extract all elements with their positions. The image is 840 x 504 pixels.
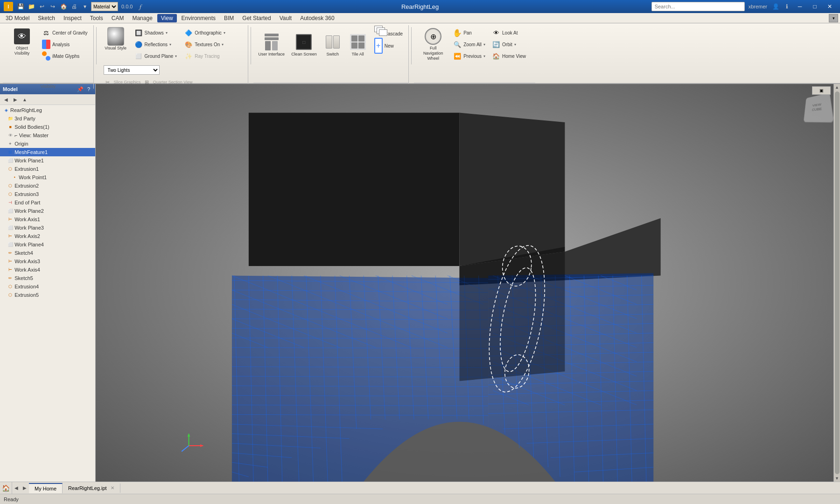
close-button[interactable]: ✕	[823, 1, 836, 12]
shadows-button[interactable]: 🔲 Shadows ▾	[132, 27, 180, 38]
menu-3d-model[interactable]: 3D Model	[2, 14, 33, 22]
imate-glyphs-button[interactable]: iMate Glyphs	[39, 50, 91, 62]
qa-formula[interactable]: 𝑓	[136, 2, 145, 11]
menu-bim[interactable]: BIM	[220, 14, 238, 22]
tree-item-end-of-part[interactable]: ⊣ End of Part	[0, 198, 95, 207]
tree-item-work-plane2[interactable]: ⬜ Work Plane2	[0, 207, 95, 215]
clean-screen-button[interactable]: □ Clean Screen	[289, 26, 319, 64]
search-input[interactable]	[651, 2, 745, 11]
ray-tracing-button[interactable]: ✨ Ray Tracing	[182, 50, 228, 62]
tree-up-button[interactable]: ▲	[21, 95, 29, 104]
pan-button[interactable]: ✋ Pan	[450, 27, 488, 38]
tab-next-arrow[interactable]: ▶	[21, 482, 29, 494]
menu-environments[interactable]: Environments	[178, 14, 219, 22]
material-dropdown[interactable]: Material	[91, 2, 118, 11]
menu-cam[interactable]: CAM	[108, 14, 128, 22]
tree-item-extrusion3[interactable]: ⬡ Extrusion3	[0, 190, 95, 198]
tree-item-origin[interactable]: ✦ Origin	[0, 140, 95, 148]
tree-forward-button[interactable]: ▶	[11, 95, 20, 104]
tree-item-work-plane3[interactable]: ⬜ Work Plane3	[0, 224, 95, 232]
qa-save[interactable]: 💾	[16, 2, 25, 11]
full-nav-wheel-button[interactable]: ⊕ Full Navigation Wheel	[417, 26, 449, 64]
orbit-button[interactable]: 🔄 Orbit ▾	[489, 39, 529, 50]
menu-autodesk-360[interactable]: Autodesk 360	[296, 14, 338, 22]
minimize-button[interactable]: ─	[793, 1, 806, 12]
home-view-button[interactable]: 🏠 Home View	[489, 50, 529, 62]
switch-button[interactable]: Switch	[321, 26, 344, 64]
center-of-gravity-button[interactable]: ⚖ Center of Gravity	[39, 27, 91, 38]
file-tab-close[interactable]: ✕	[111, 485, 114, 490]
menu-vault[interactable]: Vault	[276, 14, 295, 22]
qa-user[interactable]: 👤	[771, 2, 780, 11]
tree-item-solid-bodies[interactable]: ■ Solid Bodies(1)	[0, 123, 95, 131]
tree-item-work-axis1[interactable]: ⊢ Work Axis1	[0, 215, 95, 224]
look-at-button[interactable]: 👁 Look At	[489, 27, 529, 38]
tree-item-extrusion2[interactable]: ⬡ Extrusion2	[0, 182, 95, 190]
ray-tracing-icon: ✨	[184, 52, 193, 60]
menu-tools[interactable]: Tools	[86, 14, 107, 22]
zoom-all-icon: 🔍	[453, 40, 462, 49]
scroll-thumb[interactable]	[835, 91, 840, 474]
orthographic-button[interactable]: 🔷 Orthographic ▾	[182, 27, 228, 38]
tree-item-extrusion1[interactable]: ⬡ Extrusion1	[0, 165, 95, 173]
tab-prev-arrow[interactable]: ◀	[12, 482, 21, 494]
tree-item-extrusion4[interactable]: ⬡ Extrusion4	[0, 282, 95, 291]
file-tab[interactable]: RearRightLeg.ipt ✕	[63, 483, 120, 493]
tree-item-rear-right-leg[interactable]: ◈ RearRightLeg	[0, 106, 95, 114]
tree-item-v-view[interactable]: 👁 ⌐ View: Master	[0, 131, 95, 140]
new-window-button[interactable]: + New	[371, 40, 406, 51]
maximize-button[interactable]: □	[808, 1, 821, 12]
ground-plane-arrow: ▾	[175, 54, 177, 58]
qa-more[interactable]: ▾	[80, 2, 90, 11]
qa-open[interactable]: 📁	[27, 2, 36, 11]
viewport-scrollbar[interactable]: ▲ ▼	[833, 84, 840, 482]
qa-info[interactable]: ℹ	[782, 2, 791, 11]
user-interface-button[interactable]: User Interface	[256, 26, 287, 64]
tree-back-button[interactable]: ◀	[2, 95, 10, 104]
user-interface-icon	[263, 34, 280, 50]
reflections-button[interactable]: 🔵 Reflections ▾	[132, 39, 180, 50]
tree-item-work-plane1[interactable]: ⬜ Work Plane1	[0, 156, 95, 165]
visual-style-button[interactable]: Visual Style	[102, 26, 130, 64]
two-lights-select[interactable]: Two Lights	[104, 65, 160, 75]
tree-item-icon: ⬡	[7, 182, 14, 189]
zoom-all-button[interactable]: 🔍 Zoom All ▾	[450, 39, 488, 50]
qa-redo[interactable]: ↪	[48, 2, 57, 11]
tree-item-work-plane4[interactable]: ⬜ Work Plane4	[0, 240, 95, 249]
tree-item-sketch5[interactable]: ✏ Sketch5	[0, 274, 95, 282]
home-tab-icon-button[interactable]: 🏠	[0, 482, 12, 494]
menu-manage[interactable]: Manage	[128, 14, 156, 22]
analysis-button[interactable]: Analysis	[39, 39, 91, 50]
tree-item-sketch4[interactable]: ✏ Sketch4	[0, 249, 95, 257]
ribbon-toggle[interactable]: ▾	[829, 14, 838, 22]
cascade-icon	[374, 29, 383, 38]
qa-undo[interactable]: ↩	[37, 2, 47, 11]
tree-item-work-axis4[interactable]: ⊢ Work Axis4	[0, 266, 95, 274]
ground-plane-button[interactable]: ⬜ Ground Plane ▾	[132, 50, 180, 62]
menu-get-started[interactable]: Get Started	[238, 14, 274, 22]
visual-style-icon	[107, 28, 124, 45]
previous-button[interactable]: ⏪ Previous ▾	[450, 50, 488, 62]
textures-button[interactable]: 🎨 Textures On ▾	[182, 39, 228, 50]
nav-small-group2: 👁 Look At 🔄 Orbit ▾ 🏠 Home View	[489, 26, 529, 63]
object-visibility-button[interactable]: 👁 Object Visibility	[6, 26, 38, 64]
menu-inspect[interactable]: Inspect	[60, 14, 85, 22]
my-home-tab[interactable]: My Home	[29, 483, 63, 493]
menu-view[interactable]: View	[157, 14, 177, 22]
tile-all-button[interactable]: Tile All	[346, 26, 370, 64]
scroll-down-button[interactable]: ▼	[834, 475, 840, 482]
tree-item-mesh-feature1[interactable]: ⊞ MeshFeature1	[0, 148, 95, 156]
restore-button[interactable]: ▣	[812, 86, 831, 95]
orbit-arrow: ▾	[514, 42, 516, 47]
menu-bar: 3D Model Sketch Inspect Tools CAM Manage…	[0, 13, 840, 23]
cascade-button[interactable]: Cascade	[371, 28, 406, 39]
tree-item-work-axis3[interactable]: ⊢ Work Axis3	[0, 257, 95, 266]
qa-print[interactable]: 🖨	[70, 2, 79, 11]
viewport[interactable]: /* mesh lines drawn inline below */	[96, 84, 840, 482]
tree-item-extrusion5[interactable]: ⬡ Extrusion5	[0, 291, 95, 299]
tree-item-work-axis2[interactable]: ⊢ Work Axis2	[0, 232, 95, 240]
tree-item-3rd-party[interactable]: 📁 3rd Party	[0, 114, 95, 123]
menu-sketch[interactable]: Sketch	[34, 14, 59, 22]
tree-item-work-point1[interactable]: • Work Point1	[0, 173, 95, 182]
qa-home[interactable]: 🏠	[59, 2, 68, 11]
